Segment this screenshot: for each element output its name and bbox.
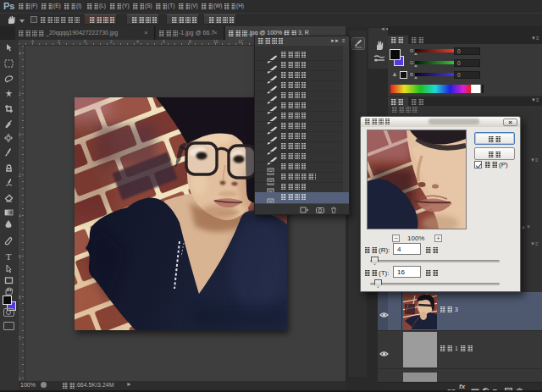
svg-text:T: T (6, 252, 12, 261)
